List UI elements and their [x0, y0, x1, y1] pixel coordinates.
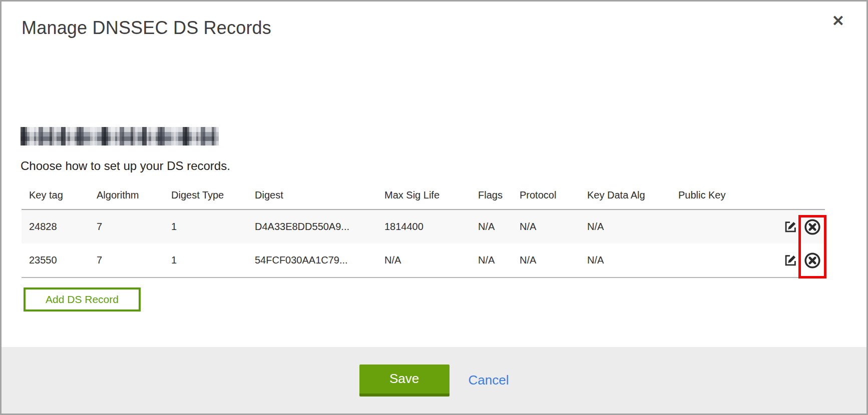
edit-record-button[interactable]: [783, 253, 798, 268]
cell-key-data-alg: N/A: [580, 244, 671, 278]
table-row: 24828 7 1 D4A33E8DD550A9... 1814400 N/A …: [22, 210, 825, 244]
cell-digest: D4A33E8DD550A9...: [247, 210, 377, 244]
cell-flags: N/A: [471, 244, 512, 278]
cell-protocol: N/A: [512, 244, 580, 278]
cell-digest-type: 1: [164, 244, 247, 278]
instruction-text: Choose how to set up your DS records.: [21, 159, 230, 173]
delete-record-button[interactable]: [804, 252, 821, 269]
cell-key-tag: 23550: [22, 244, 89, 278]
row-actions: [775, 244, 825, 278]
cell-public-key: [671, 244, 775, 278]
close-icon[interactable]: ✕: [832, 14, 844, 28]
save-button[interactable]: Save: [359, 364, 450, 396]
cell-key-data-alg: N/A: [580, 210, 671, 244]
col-header-digest: Digest: [247, 188, 377, 210]
cell-digest-type: 1: [164, 210, 247, 244]
cell-digest: 54FCF030AA1C79...: [247, 244, 377, 278]
cell-key-tag: 24828: [22, 210, 89, 244]
manage-dnssec-dialog: Manage DNSSEC DS Records ✕ Choose how to…: [0, 0, 868, 415]
table-row: 23550 7 1 54FCF030AA1C79... N/A N/A N/A …: [22, 244, 825, 278]
cell-max-sig-life: N/A: [377, 244, 471, 278]
row-actions: [775, 210, 825, 244]
x-circle-icon: [804, 230, 821, 237]
edit-record-button[interactable]: [783, 220, 798, 234]
cell-flags: N/A: [471, 210, 512, 244]
cell-protocol: N/A: [512, 210, 580, 244]
cell-algorithm: 7: [89, 244, 164, 278]
col-header-public-key: Public Key: [671, 188, 775, 210]
add-ds-record-button[interactable]: Add DS Record: [24, 288, 141, 312]
cancel-link[interactable]: Cancel: [469, 372, 509, 388]
col-header-actions: [775, 188, 825, 210]
table-header-row: Key tag Algorithm Digest Type Digest Max…: [22, 188, 825, 210]
col-header-algorithm: Algorithm: [89, 188, 164, 210]
col-header-digest-type: Digest Type: [164, 188, 247, 210]
col-header-key-data-alg: Key Data Alg: [580, 188, 671, 210]
edit-icon: [783, 228, 798, 236]
domain-name-redacted: [21, 127, 219, 146]
cell-public-key: [671, 210, 775, 244]
delete-record-button[interactable]: [804, 218, 821, 236]
ds-records-table: Key tag Algorithm Digest Type Digest Max…: [22, 188, 825, 278]
dialog-title: Manage DNSSEC DS Records: [22, 18, 271, 38]
x-circle-icon: [804, 263, 821, 270]
col-header-key-tag: Key tag: [22, 188, 89, 210]
cell-max-sig-life: 1814400: [377, 210, 471, 244]
col-header-protocol: Protocol: [512, 188, 580, 210]
edit-icon: [783, 262, 798, 270]
cell-algorithm: 7: [89, 210, 164, 244]
dialog-footer: Save Cancel: [2, 347, 866, 414]
col-header-max-sig-life: Max Sig Life: [377, 188, 471, 210]
col-header-flags: Flags: [471, 188, 512, 210]
